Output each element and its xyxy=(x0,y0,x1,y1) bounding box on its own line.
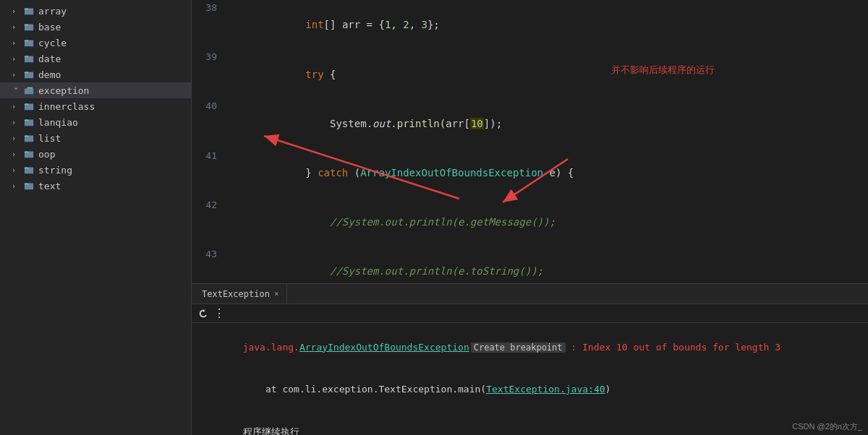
svg-rect-14 xyxy=(25,120,28,121)
folder-icon xyxy=(23,116,35,128)
sidebar-item-innerclass[interactable]: › innerclass xyxy=(0,98,191,114)
svg-rect-20 xyxy=(25,168,28,169)
bulb-cell xyxy=(224,49,239,98)
arrow-icon: › xyxy=(12,150,20,158)
panel-tab-bar: TextException × xyxy=(192,284,868,304)
svg-rect-7 xyxy=(25,56,28,58)
sidebar-item-label-date: date xyxy=(38,53,61,64)
sidebar-item-label-base: base xyxy=(38,22,61,33)
stack-trace-at: at com.li.exception.TextException.main( xyxy=(243,384,487,395)
folder-icon xyxy=(23,132,35,144)
svg-rect-1 xyxy=(25,9,28,10)
sidebar-item-label-string: string xyxy=(38,165,72,176)
line-code: int[] arr = {1, 2, 3}; xyxy=(239,0,868,49)
panel-tab-close[interactable]: × xyxy=(274,289,279,298)
code-editor[interactable]: 并不影响后续程序的运行 38 int[] arr = {1, 2, 3}; 39… xyxy=(192,0,868,283)
bulb-cell xyxy=(224,197,239,246)
panel-tab-textexception[interactable]: TextException × xyxy=(195,284,287,304)
sidebar-item-base[interactable]: › base xyxy=(0,19,191,35)
line-code: //System.out.println(e.toString()); xyxy=(239,246,868,283)
console-line-2: at com.li.exception.TextException.main(T… xyxy=(197,369,862,411)
arrow-icon: › xyxy=(12,7,20,15)
bulb-cell xyxy=(224,98,239,147)
line-number: 39 xyxy=(192,49,224,98)
code-line-39: 39 try { xyxy=(192,49,868,98)
sidebar-item-date[interactable]: › date xyxy=(0,51,191,66)
sidebar-item-label-cycle: cycle xyxy=(38,38,67,48)
sidebar-item-label-lanqiao: lanqiao xyxy=(38,117,78,128)
arrow-icon: › xyxy=(12,182,20,190)
csdn-badge: CSDN @2的n次方_ xyxy=(792,421,862,432)
console-output[interactable]: 和JVM对异常的处理打印一样 java.lang.ArrayIndexOutOf… xyxy=(192,323,868,435)
breakpoint-tooltip-text: Create breakpoint xyxy=(471,343,566,353)
svg-rect-5 xyxy=(25,40,28,42)
sidebar: › array › base › cycle › xyxy=(0,0,192,435)
folder-icon xyxy=(23,69,35,80)
folder-icon xyxy=(23,164,35,176)
sidebar-item-label-oop: oop xyxy=(38,149,55,160)
folder-icon xyxy=(23,180,35,191)
stack-trace-close: ) xyxy=(605,384,611,395)
more-options-button[interactable]: ⋮ xyxy=(212,306,226,321)
sidebar-item-oop[interactable]: › oop xyxy=(0,146,191,162)
sidebar-item-string[interactable]: › string xyxy=(0,162,191,178)
bottom-panel: TextException × ⋮ 和JVM对异常的处理打印一样 xyxy=(192,283,868,435)
arrow-icon: › xyxy=(12,86,20,95)
arrow-icon: › xyxy=(12,23,20,31)
sidebar-item-list[interactable]: › list xyxy=(0,130,191,146)
line-number: 42 xyxy=(192,197,224,246)
code-line-43: 43 //System.out.println(e.toString()); xyxy=(192,246,868,283)
line-number: 41 xyxy=(192,148,224,197)
sidebar-item-label-array: array xyxy=(38,6,67,17)
line-number: 43 xyxy=(192,246,224,283)
svg-rect-22 xyxy=(25,184,28,185)
folder-icon-open xyxy=(23,85,35,96)
arrow-icon: › xyxy=(12,166,20,174)
arrow-icon: › xyxy=(12,55,20,63)
svg-rect-18 xyxy=(25,152,28,153)
arrow-icon: › xyxy=(12,39,20,47)
arrow-icon: › xyxy=(12,119,20,126)
sidebar-item-cycle[interactable]: › cycle xyxy=(0,35,191,51)
sidebar-item-exception[interactable]: › exception xyxy=(0,82,191,98)
code-line-40: 40 System.out.println(arr[10]); xyxy=(192,98,868,147)
svg-rect-12 xyxy=(25,104,28,105)
sidebar-item-lanqiao[interactable]: › lanqiao xyxy=(0,114,191,130)
sidebar-item-demo[interactable]: › demo xyxy=(0,66,191,82)
rerun-button[interactable] xyxy=(196,306,210,321)
sidebar-item-label-demo: demo xyxy=(38,69,61,80)
bulb-cell xyxy=(224,148,239,197)
svg-rect-9 xyxy=(25,72,28,74)
main-panel: 并不影响后续程序的运行 38 int[] arr = {1, 2, 3}; 39… xyxy=(192,0,868,435)
sidebar-item-label-list: list xyxy=(38,133,61,144)
line-code: System.out.println(arr[10]); xyxy=(239,98,868,147)
line-number: 38 xyxy=(192,0,224,49)
exception-link[interactable]: ArrayIndexOutOfBoundsException xyxy=(299,342,469,353)
code-line-38: 38 int[] arr = {1, 2, 3}; xyxy=(192,0,868,49)
stack-trace-link[interactable]: TextException.java:40 xyxy=(486,384,605,395)
sidebar-item-label-text: text xyxy=(38,181,61,191)
sidebar-item-text[interactable]: › text xyxy=(0,178,191,194)
code-line-41: 41 } catch (ArrayIndexOutOfBoundsExcepti… xyxy=(192,148,868,197)
line-number: 40 xyxy=(192,98,224,147)
bulb-cell xyxy=(224,246,239,283)
folder-icon xyxy=(23,5,35,17)
exception-class-text: java.lang. xyxy=(243,342,299,353)
arrow-icon: › xyxy=(12,134,20,142)
sidebar-item-array[interactable]: › array xyxy=(0,3,191,19)
folder-icon xyxy=(23,100,35,112)
arrow-icon: › xyxy=(12,71,20,79)
console-line-1: java.lang.ArrayIndexOutOfBoundsException… xyxy=(197,326,862,369)
console-line-3: 程序继续执行 xyxy=(197,410,862,435)
svg-rect-3 xyxy=(25,25,28,26)
svg-rect-10 xyxy=(25,88,33,94)
panel-tab-label: TextException xyxy=(202,289,270,299)
folder-icon xyxy=(23,148,35,160)
exception-message: : Index 10 out of bounds for length 3 xyxy=(566,342,780,353)
bulb-cell xyxy=(224,0,239,49)
line-code: } catch (ArrayIndexOutOfBoundsException … xyxy=(239,148,868,197)
continue-text: 程序继续执行 xyxy=(243,426,299,436)
line-code: try { xyxy=(239,49,868,98)
code-line-42: 42 //System.out.println(e.getMessage()); xyxy=(192,197,868,246)
more-icon: ⋮ xyxy=(213,308,225,319)
